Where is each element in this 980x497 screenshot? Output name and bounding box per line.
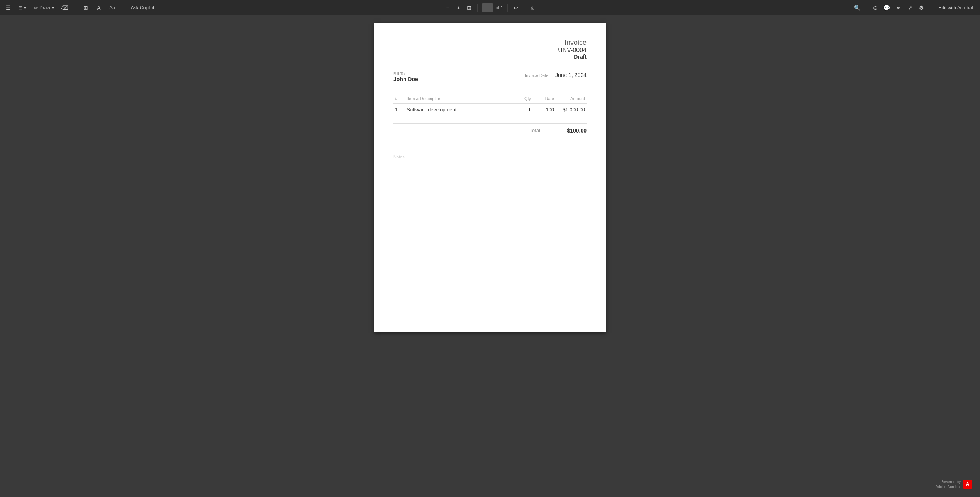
branding-text: Powered by Adobe Acrobat xyxy=(935,479,961,489)
invoice-total-row: Total $100.00 xyxy=(393,123,587,134)
branding-line1: Powered by xyxy=(935,479,961,484)
invoice-notes: Notes xyxy=(393,145,587,160)
toolbar-left: ☰ ⊟ ▾ ✏ Draw ▾ ⌫ ⊞ A Aa Ask Copilot xyxy=(4,3,853,12)
settings-icon[interactable]: ⚙ xyxy=(917,3,926,12)
page-break-line xyxy=(393,168,587,168)
divider-1 xyxy=(75,4,75,12)
col-header-amount: Amount xyxy=(556,94,587,104)
erase-icon[interactable]: ⌫ xyxy=(60,3,69,12)
search-icon[interactable]: 🔍 xyxy=(853,3,861,12)
divider-2 xyxy=(123,4,123,12)
row-rate: 100 xyxy=(532,104,556,116)
col-header-num: # xyxy=(393,94,405,104)
case-btn[interactable]: Aa xyxy=(108,4,117,11)
copilot-label: Ask Copilot xyxy=(131,5,154,10)
divider-3 xyxy=(477,4,478,12)
invoice-status: Draft xyxy=(393,54,587,60)
bookmark-chevron: ▾ xyxy=(24,5,26,10)
total-label: Total xyxy=(530,128,540,134)
adobe-logo-text: A xyxy=(966,482,970,487)
expand-icon[interactable]: ⤢ xyxy=(906,3,914,12)
undo-icon[interactable]: ↩ xyxy=(512,3,520,12)
invoice-title: Invoice xyxy=(393,39,587,47)
col-header-rate: Rate xyxy=(532,94,556,104)
draw-chevron: ▾ xyxy=(52,5,54,10)
row-num: 1 xyxy=(393,104,405,116)
invoice-date-value: June 1, 2024 xyxy=(555,72,587,78)
toolbar-right: 🔍 ⊖ 💬 ✒ ⤢ ⚙ Edit with Acrobat xyxy=(853,3,976,12)
page-count: of 1 xyxy=(495,5,503,10)
menu-icon[interactable]: ☰ xyxy=(4,3,12,12)
col-header-qty: Qty xyxy=(509,94,532,104)
zoom-in-icon[interactable]: + xyxy=(454,3,463,12)
bill-to-section: Bill To John Doe xyxy=(393,71,418,82)
notes-label: Notes xyxy=(393,155,405,159)
edit-acrobat-button[interactable]: Edit with Acrobat xyxy=(936,3,976,12)
fit-page-icon[interactable]: ⊡ xyxy=(465,3,473,12)
divider-7 xyxy=(931,4,931,12)
bookmark-icon: ⊟ xyxy=(19,5,22,10)
toolbar-center: − + ⊡ 1 of 1 ↩ ⎋ xyxy=(443,3,536,12)
columns-icon[interactable]: ⊞ xyxy=(81,3,90,12)
bill-to-label: Bill To xyxy=(393,71,418,76)
share-icon[interactable]: ⎋ xyxy=(528,3,537,12)
invoice-table: # Item & Description Qty Rate Amount 1 S… xyxy=(393,94,587,116)
total-amount: $100.00 xyxy=(556,128,587,134)
print-icon[interactable]: ⊖ xyxy=(871,3,880,12)
divider-5 xyxy=(524,4,524,12)
divider-6 xyxy=(866,4,866,12)
divider-4 xyxy=(507,4,508,12)
invoice-bill-row: Bill To John Doe Invoice Date June 1, 20… xyxy=(393,71,587,82)
draw-label: Draw xyxy=(39,5,50,10)
main-content: Invoice #INV-0004 Draft Bill To John Doe… xyxy=(0,15,980,497)
invoice-number: #INV-0004 xyxy=(393,47,587,54)
bill-to-name: John Doe xyxy=(393,76,418,82)
adobe-logo: A xyxy=(963,480,972,489)
draw-btn[interactable]: ✏ Draw ▾ xyxy=(32,4,56,11)
bookmark-btn[interactable]: ⊟ ▾ xyxy=(17,4,28,11)
table-row: 1 Software development 1 100 $1,000.00 xyxy=(393,104,587,116)
invoice-date-label: Invoice Date xyxy=(525,73,548,78)
text-icon[interactable]: A xyxy=(95,3,103,12)
draw-icon: ✏ xyxy=(34,5,38,10)
page-number-input[interactable]: 1 xyxy=(482,3,493,12)
pen-icon[interactable]: ✒ xyxy=(894,3,903,12)
zoom-out-icon[interactable]: − xyxy=(443,3,452,12)
invoice-date-section: Invoice Date June 1, 2024 xyxy=(525,71,587,78)
toolbar: ☰ ⊟ ▾ ✏ Draw ▾ ⌫ ⊞ A Aa Ask Copilot − + … xyxy=(0,0,980,15)
row-amount: $1,000.00 xyxy=(556,104,587,116)
row-qty: 1 xyxy=(509,104,532,116)
invoice-header: Invoice #INV-0004 Draft xyxy=(393,39,587,60)
branding-line2: Adobe Acrobat xyxy=(935,484,961,489)
comment-icon[interactable]: 💬 xyxy=(883,3,891,12)
pdf-page: Invoice #INV-0004 Draft Bill To John Doe… xyxy=(374,23,606,332)
case-label: Aa xyxy=(109,5,115,10)
adobe-branding: Powered by Adobe Acrobat A xyxy=(935,479,972,489)
col-header-item: Item & Description xyxy=(405,94,509,104)
copilot-btn[interactable]: Ask Copilot xyxy=(129,4,156,11)
row-item: Software development xyxy=(405,104,509,116)
